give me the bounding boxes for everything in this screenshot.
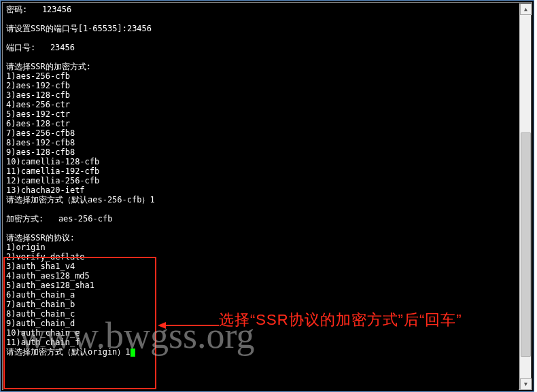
enc-opt: 13)chacha20-ietf <box>6 185 85 195</box>
proto-opt: 5)auth_aes128_sha1 <box>6 281 94 290</box>
cursor <box>131 349 135 357</box>
line-port: 端口号: 23456 <box>6 43 75 52</box>
enc-opt: 9)aes-128-cfb8 <box>6 147 75 157</box>
enc-opt: 2)aes-192-cfb <box>6 81 70 90</box>
enc-opt: 1)aes-256-cfb <box>6 71 70 81</box>
enc-opt: 10)camellia-128-cfb <box>6 157 99 166</box>
proto-choose: 请选择加密方式（默认origin）1 <box>6 347 131 357</box>
scroll-up-button[interactable]: ▲ <box>520 3 532 15</box>
enc-choose: 请选择加密方式（默认aes-256-cfb）1 <box>6 195 155 204</box>
enc-opt: 11)camellia-192-cfb <box>6 166 99 176</box>
enc-opt: 6)aes-128-ctr <box>6 119 70 128</box>
scroll-thumb[interactable] <box>521 132 531 357</box>
proto-opt: 11)auth_chain_f <box>6 338 80 347</box>
enc-opt: 5)aes-192-ctr <box>6 109 70 119</box>
scroll-down-button[interactable]: ▼ <box>520 378 532 390</box>
proto-opt: 8)auth_chain_c <box>6 309 75 319</box>
proto-opt: 6)auth_chain_a <box>6 290 75 300</box>
terminal-output[interactable]: 密码: 123456 请设置SSR的端口号[1-65535]:23456 端口号… <box>3 3 519 390</box>
proto-opt: 4)auth_aes128_md5 <box>6 271 90 281</box>
proto-opt: 7)auth_chain_b <box>6 300 75 309</box>
line-pwd: 密码: 123456 <box>6 5 71 14</box>
enc-result: 加密方式: aes-256-cfb <box>6 214 112 224</box>
scrollbar-vertical[interactable]: ▲ ▼ <box>519 3 531 390</box>
proto-opt: 1)origin <box>6 243 46 252</box>
enc-opt: 12)camellia-256-cfb <box>6 176 99 185</box>
enc-opt: 7)aes-256-cfb8 <box>6 128 75 138</box>
proto-opt: 2)verify_deflate <box>6 252 85 262</box>
proto-opt: 9)auth_chain_d <box>6 319 75 328</box>
proto-opt: 10)auth_chain_e <box>6 328 80 338</box>
enc-opt: 3)aes-128-cfb <box>6 90 70 100</box>
enc-opt: 8)aes-192-cfb8 <box>6 138 75 147</box>
enc-header: 请选择SSR的加密方式: <box>6 62 91 71</box>
proto-opt: 3)auth_sha1_v4 <box>6 262 75 271</box>
line-port-prompt: 请设置SSR的端口号[1-65535]:23456 <box>6 24 152 33</box>
terminal-window: 密码: 123456 请设置SSR的端口号[1-65535]:23456 端口号… <box>0 0 534 392</box>
proto-header: 请选择SSR的协议: <box>6 233 75 243</box>
enc-opt: 4)aes-256-ctr <box>6 100 70 109</box>
